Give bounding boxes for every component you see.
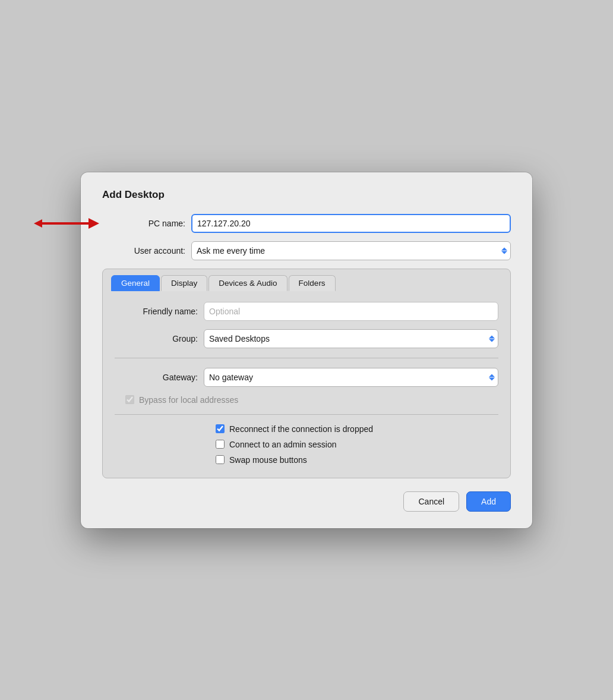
- group-select-wrap: Saved Desktops: [204, 329, 498, 348]
- group-wrap: Saved Desktops: [204, 329, 498, 348]
- tabs-bar: General Display Devices & Audio Folders: [103, 269, 510, 291]
- svg-marker-0: [34, 219, 42, 228]
- arrow-annotation: [34, 216, 99, 231]
- add-button[interactable]: Add: [466, 491, 511, 512]
- divider-1: [115, 358, 498, 358]
- pc-name-input-wrap: [191, 214, 511, 233]
- dialog-title: Add Desktop: [102, 189, 511, 201]
- group-label: Group:: [115, 334, 204, 343]
- reconnect-row: Reconnect if the connection is dropped: [216, 424, 498, 434]
- gateway-wrap: No gateway: [204, 368, 498, 387]
- tab-panel: General Display Devices & Audio Folders …: [102, 269, 511, 478]
- pc-name-label: PC name:: [102, 219, 191, 228]
- tab-devices-audio[interactable]: Devices & Audio: [208, 275, 287, 291]
- tab-content-general: Friendly name: Group: Saved Desktops: [103, 291, 510, 478]
- bypass-checkbox[interactable]: [125, 395, 134, 404]
- add-desktop-dialog: Add Desktop PC name: User account: Ask m…: [81, 172, 532, 528]
- group-select[interactable]: Saved Desktops: [204, 329, 498, 348]
- tab-folders[interactable]: Folders: [289, 275, 336, 291]
- svg-marker-2: [89, 218, 99, 229]
- gateway-select-wrap: No gateway: [204, 368, 498, 387]
- tab-general[interactable]: General: [111, 275, 160, 291]
- tab-display[interactable]: Display: [161, 275, 207, 291]
- user-account-select[interactable]: Ask me every time Add User Account...: [191, 241, 511, 260]
- gateway-label: Gateway:: [115, 373, 204, 382]
- reconnect-label: Reconnect if the connection is dropped: [229, 424, 373, 434]
- admin-session-checkbox[interactable]: [216, 440, 225, 449]
- user-account-select-wrap: Ask me every time Add User Account...: [191, 241, 511, 260]
- reconnect-checkbox[interactable]: [216, 424, 225, 433]
- friendly-name-wrap: [204, 302, 498, 321]
- bypass-label: Bypass for local addresses: [139, 395, 238, 405]
- gateway-select[interactable]: No gateway: [204, 368, 498, 387]
- bypass-row: Bypass for local addresses: [125, 395, 498, 405]
- dialog-footer: Cancel Add: [102, 491, 511, 512]
- swap-mouse-row: Swap mouse buttons: [216, 455, 498, 465]
- divider-2: [115, 414, 498, 415]
- pc-name-input[interactable]: [191, 214, 511, 233]
- cancel-button[interactable]: Cancel: [403, 491, 459, 512]
- swap-mouse-label: Swap mouse buttons: [229, 455, 307, 465]
- user-account-wrap: Ask me every time Add User Account...: [191, 241, 511, 260]
- friendly-name-label: Friendly name:: [115, 307, 204, 316]
- admin-session-label: Connect to an admin session: [229, 440, 337, 449]
- friendly-name-input[interactable]: [204, 302, 498, 321]
- user-account-label: User account:: [102, 246, 191, 256]
- admin-session-row: Connect to an admin session: [216, 440, 498, 449]
- swap-mouse-checkbox[interactable]: [216, 455, 225, 464]
- svg-rect-1: [42, 222, 89, 225]
